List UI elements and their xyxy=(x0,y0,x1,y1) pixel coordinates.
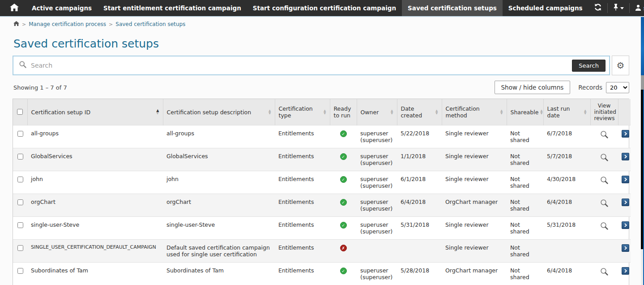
view-initiated-reviews-button[interactable] xyxy=(600,267,609,277)
list-controls-right: Show / hide columns Records 20 xyxy=(495,81,629,94)
nav-item-start-entitlement-certification-campaign[interactable]: Start entitlement certification campaign xyxy=(98,0,247,16)
view-initiated-reviews-button[interactable] xyxy=(600,130,609,140)
open-setup-button[interactable] xyxy=(622,199,629,206)
cell-type: Entitlements xyxy=(275,171,330,194)
search-icon xyxy=(19,60,27,70)
nav-item-start-configuration-certification-campaign[interactable]: Start configuration certification campai… xyxy=(247,0,402,16)
ready-yes-icon: ✓ xyxy=(340,153,347,160)
cell-type: Entitlements xyxy=(275,194,330,217)
cell-shareable: Not shared xyxy=(507,217,543,240)
cell-type: Entitlements xyxy=(275,217,330,240)
cell-method: Single reviewer xyxy=(442,217,507,240)
records-per-page-select[interactable]: 20 xyxy=(606,82,629,93)
cell-method: Single reviewer xyxy=(442,125,507,148)
nav-item-saved-certification-setups[interactable]: Saved certification setups xyxy=(402,0,503,16)
search-input[interactable] xyxy=(31,62,572,69)
cell-method: OrgChart manager xyxy=(442,194,507,217)
row-checkbox[interactable] xyxy=(17,245,23,251)
row-checkbox[interactable] xyxy=(17,222,23,228)
sort-icon[interactable]: ▲▼ xyxy=(540,109,542,115)
column-header-shareable[interactable]: Shareable ▲▼ xyxy=(507,99,543,125)
sort-icon[interactable]: ▲▼ xyxy=(500,109,503,115)
home-button[interactable] xyxy=(0,0,26,16)
column-header-setup-id[interactable]: Certification setup ID ▲▼ xyxy=(27,99,163,125)
table-row: orgChart orgChart Entitlements ✓ superus… xyxy=(13,194,631,217)
cell-date-created: 1/1/2018 xyxy=(397,148,442,171)
sort-icon[interactable]: ▲▼ xyxy=(391,109,393,115)
cell-method: OrgChart manager xyxy=(442,263,507,285)
cell-type: Entitlements xyxy=(275,148,330,171)
search-settings-button[interactable]: ⚙ xyxy=(612,56,629,75)
table-row: john john Entitlements ✓ superuser (supe… xyxy=(13,171,631,194)
breadcrumb-home-icon[interactable] xyxy=(13,21,19,27)
nav-item-active-campaigns[interactable]: Active campaigns xyxy=(26,0,98,16)
view-initiated-reviews-button[interactable] xyxy=(600,153,609,163)
cell-type: Entitlements xyxy=(275,240,330,263)
open-setup-button[interactable] xyxy=(622,153,629,160)
row-checkbox[interactable] xyxy=(17,154,23,160)
right-edge-window-sliver xyxy=(641,17,644,285)
cell-shareable: Not shared xyxy=(507,263,543,285)
sort-icon[interactable]: ▲▼ xyxy=(435,109,438,115)
view-initiated-reviews-button[interactable] xyxy=(600,221,609,232)
sort-icon[interactable]: ▲▼ xyxy=(324,109,326,115)
open-setup-button[interactable] xyxy=(622,267,629,275)
column-header-certification-method[interactable]: Certification method ▲▼ xyxy=(442,99,507,125)
magnifier-icon xyxy=(600,153,609,162)
sort-icon[interactable]: ▲▼ xyxy=(584,109,586,115)
cell-method: Single reviewer xyxy=(442,240,507,263)
open-setup-button[interactable] xyxy=(622,176,629,183)
ready-yes-icon: ✓ xyxy=(340,222,347,229)
cell-description: all-groups xyxy=(163,125,275,148)
cell-description: orgChart xyxy=(163,194,275,217)
nav-item-scheduled-campaigns[interactable]: Scheduled campaigns xyxy=(503,0,589,16)
table-row: all-groups all-groups Entitlements ✓ sup… xyxy=(13,125,631,148)
chevron-right-icon xyxy=(623,200,628,205)
magnifier-icon xyxy=(600,221,609,230)
view-initiated-reviews-button[interactable] xyxy=(600,176,609,186)
breadcrumb-separator: > xyxy=(22,22,26,27)
refresh-button[interactable] xyxy=(589,0,607,16)
row-checkbox[interactable] xyxy=(17,199,23,205)
table-header: Certification setup ID ▲▼ Certification … xyxy=(13,99,631,125)
row-checkbox[interactable] xyxy=(17,268,23,274)
row-checkbox[interactable] xyxy=(17,177,23,182)
cell-owner xyxy=(357,240,397,263)
column-header-certification-type[interactable]: Certification type ▲▼ xyxy=(275,99,330,125)
pin-menu-button[interactable] xyxy=(608,0,629,16)
home-icon xyxy=(10,4,19,13)
user-menu-button[interactable]: superuser xyxy=(630,0,644,16)
sort-icon[interactable]: ▲▼ xyxy=(156,109,159,115)
sort-icon[interactable]: ▲▼ xyxy=(269,109,271,115)
column-header-ready-to-run: Ready to run xyxy=(330,99,357,125)
cell-last-run: 6/4/2018 xyxy=(543,194,590,217)
column-header-owner[interactable]: Owner ▲▼ xyxy=(357,99,397,125)
column-header-setup-description[interactable]: Certification setup description ▲▼ xyxy=(163,99,275,125)
cell-owner: superuser (superuser) xyxy=(357,148,397,171)
cell-date-created xyxy=(397,240,442,263)
row-checkbox[interactable] xyxy=(17,131,23,137)
cell-setup-id: Subordinates of Tam xyxy=(27,263,163,285)
cell-owner: superuser (superuser) xyxy=(357,217,397,240)
cell-date-created: 5/22/2018 xyxy=(397,125,442,148)
select-all-checkbox[interactable] xyxy=(17,109,23,115)
open-setup-button[interactable] xyxy=(622,130,629,138)
open-setup-button[interactable] xyxy=(622,244,629,252)
column-header-date-created[interactable]: Date created ▲▼ xyxy=(397,99,442,125)
show-hide-columns-button[interactable]: Show / hide columns xyxy=(495,81,571,94)
pin-icon xyxy=(613,4,618,13)
breadcrumb: > Manage certification process > Saved c… xyxy=(0,17,644,31)
search-button[interactable]: Search xyxy=(572,60,606,72)
column-header-last-run-date[interactable]: Last run date ▲▼ xyxy=(543,99,590,125)
cell-shareable: Not shared xyxy=(507,171,543,194)
breadcrumb-link-manage-certification-process[interactable]: Manage certification process xyxy=(29,21,106,27)
gear-icon: ⚙ xyxy=(617,60,625,71)
view-initiated-reviews-button[interactable] xyxy=(600,199,609,209)
cell-owner: superuser (superuser) xyxy=(357,125,397,148)
open-setup-button[interactable] xyxy=(622,221,629,229)
cell-type: Entitlements xyxy=(275,125,330,148)
nav-right-tools: superuser xyxy=(589,0,644,16)
table-row: Subordinates of Tam Subordinates of Tam … xyxy=(13,263,631,285)
cell-date-created: 6/4/2018 xyxy=(397,194,442,217)
cell-last-run: 5/31/2018 xyxy=(543,217,590,240)
